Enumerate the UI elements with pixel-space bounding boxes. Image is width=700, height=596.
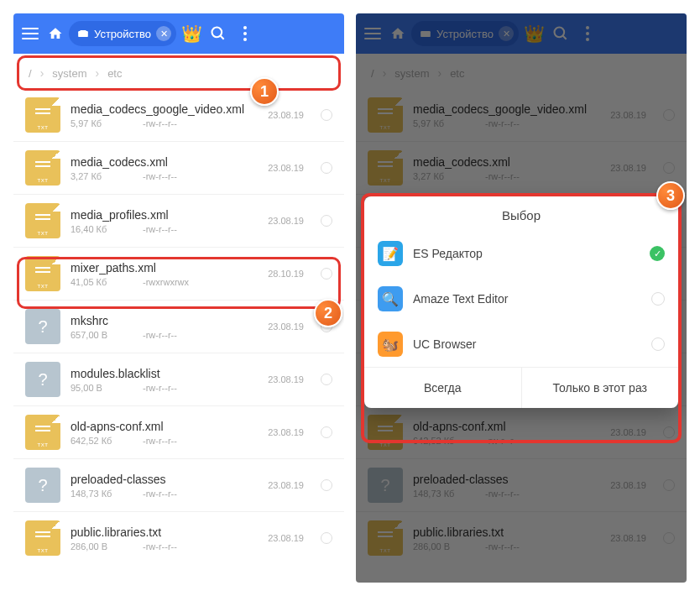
- uc-browser-icon: 🐿️: [378, 332, 403, 357]
- radio-unchecked: [651, 337, 665, 351]
- select-radio[interactable]: [321, 162, 332, 174]
- once-button[interactable]: Только в этот раз: [521, 368, 679, 408]
- file-date: 28.10.19: [259, 269, 304, 279]
- file-name: old-apns-conf.xml: [71, 420, 248, 433]
- dialog-option-es[interactable]: 📝 ES Редактор ✓: [364, 231, 678, 276]
- txt-file-icon: [25, 150, 60, 186]
- file-row[interactable]: mkshrc657,00 B-rw-r--r-- 23.08.19: [13, 300, 344, 353]
- crumb-root[interactable]: /: [29, 67, 32, 80]
- file-name: media_codecs.xml: [71, 155, 248, 169]
- tab-close-icon[interactable]: ✕: [156, 26, 171, 41]
- unknown-file-icon: [25, 468, 60, 503]
- file-permissions: -rw-r--r--: [143, 224, 177, 234]
- file-row-highlighted[interactable]: mixer_paths.xml41,05 Кб-rwxrwxrwx 28.10.…: [13, 247, 344, 300]
- file-row[interactable]: old-apns-conf.xml642,52 Кб-rw-r--r-- 23.…: [13, 405, 344, 458]
- file-date: 23.08.19: [259, 427, 304, 437]
- file-date: 23.08.19: [259, 480, 304, 490]
- file-list: media_codecs_google_video.xml5,97 Кб-rw-…: [13, 89, 344, 564]
- search-icon[interactable]: [206, 25, 230, 42]
- file-row[interactable]: public.libraries.txt286,00 B-rw-r--r-- 2…: [13, 511, 344, 564]
- svg-point-1: [212, 28, 222, 38]
- txt-file-icon: [25, 97, 60, 133]
- file-date: 23.08.19: [259, 322, 304, 332]
- select-radio[interactable]: [321, 479, 332, 491]
- select-radio[interactable]: [321, 109, 332, 121]
- breadcrumb[interactable]: / › system › etc: [17, 57, 341, 89]
- dialog-option-uc[interactable]: 🐿️ UC Browser: [364, 322, 678, 367]
- file-size: 657,00 B: [71, 330, 118, 340]
- topbar: Устройство ✕ 👑: [13, 13, 344, 54]
- svg-rect-0: [78, 31, 88, 37]
- svg-line-2: [221, 36, 224, 39]
- file-date: 23.08.19: [259, 533, 304, 543]
- option-label: UC Browser: [413, 337, 641, 351]
- txt-file-icon: [25, 203, 60, 238]
- callout-badge-2: 2: [314, 299, 342, 327]
- file-name: preloaded-classes: [71, 473, 248, 486]
- file-size: 41,05 Кб: [71, 277, 118, 287]
- callout-badge-1: 1: [250, 77, 279, 106]
- unknown-file-icon: [25, 309, 60, 344]
- file-name: media_profiles.xml: [71, 208, 248, 222]
- file-size: 16,40 Кб: [71, 224, 118, 234]
- file-row[interactable]: media_codecs_google_video.xml5,97 Кб-rw-…: [13, 89, 344, 141]
- dialog-option-amaze[interactable]: 🔍 Amaze Text Editor: [364, 276, 678, 322]
- more-icon[interactable]: [233, 26, 257, 41]
- location-tab[interactable]: Устройство ✕: [69, 21, 176, 46]
- file-row[interactable]: media_codecs.xml3,27 Кб-rw-r--r-- 23.08.…: [13, 141, 344, 194]
- file-permissions: -rw-r--r--: [143, 171, 177, 181]
- file-row[interactable]: preloaded-classes148,73 Кб-rw-r--r-- 23.…: [13, 458, 344, 511]
- screen-dialog: Устройство ✕ 👑 / › system › etc media_co…: [356, 13, 687, 583]
- file-date: 23.08.19: [259, 374, 304, 384]
- option-label: ES Редактор: [413, 247, 640, 260]
- select-radio[interactable]: [321, 532, 332, 544]
- file-name: media_codecs_google_video.xml: [71, 102, 248, 116]
- unknown-file-icon: [25, 362, 60, 397]
- file-name: modules.blacklist: [71, 367, 248, 380]
- file-permissions: -rw-r--r--: [143, 489, 177, 499]
- select-radio[interactable]: [321, 268, 332, 280]
- crumb-system[interactable]: system: [52, 67, 86, 80]
- file-date: 23.08.19: [259, 163, 304, 173]
- file-size: 95,00 B: [71, 383, 118, 393]
- menu-icon[interactable]: [18, 22, 42, 45]
- open-with-dialog: Выбор 📝 ES Редактор ✓ 🔍 Amaze Text Edito…: [364, 196, 678, 408]
- file-size: 3,27 Кб: [71, 171, 118, 181]
- file-name: mixer_paths.xml: [71, 261, 248, 274]
- file-date: 23.08.19: [259, 110, 304, 120]
- file-permissions: -rwxrwxrwx: [143, 277, 189, 287]
- chevron-right-icon: ›: [40, 66, 44, 80]
- option-label: Amaze Text Editor: [413, 292, 641, 306]
- file-permissions: -rw-r--r--: [143, 118, 177, 128]
- txt-file-icon: [25, 415, 60, 450]
- home-icon[interactable]: [45, 26, 65, 41]
- select-radio[interactable]: [321, 215, 332, 227]
- radio-unchecked: [651, 292, 665, 306]
- amaze-editor-icon: 🔍: [378, 286, 403, 311]
- select-radio[interactable]: [321, 426, 332, 438]
- file-date: 23.08.19: [259, 216, 304, 226]
- txt-file-icon: [25, 520, 60, 556]
- file-permissions: -rw-r--r--: [143, 330, 177, 340]
- chevron-right-icon: ›: [95, 66, 99, 80]
- check-icon: ✓: [650, 246, 665, 261]
- tab-label: Устройство: [94, 28, 151, 40]
- crumb-etc[interactable]: etc: [107, 67, 122, 80]
- screen-file-list: Устройство ✕ 👑 / › system › etc 1 media_…: [13, 13, 344, 583]
- always-button[interactable]: Всегда: [364, 368, 521, 408]
- file-name: public.libraries.txt: [71, 525, 248, 539]
- file-size: 5,97 Кб: [71, 118, 118, 128]
- file-size: 642,52 Кб: [71, 436, 118, 446]
- file-row[interactable]: media_profiles.xml16,40 Кб-rw-r--r-- 23.…: [13, 194, 344, 247]
- file-permissions: -rw-r--r--: [143, 383, 177, 393]
- file-size: 148,73 Кб: [71, 489, 118, 499]
- file-row[interactable]: modules.blacklist95,00 B-rw-r--r-- 23.08…: [13, 353, 344, 405]
- select-radio[interactable]: [321, 374, 332, 385]
- callout-badge-3: 3: [656, 181, 685, 210]
- file-size: 286,00 B: [71, 541, 118, 552]
- es-editor-icon: 📝: [378, 241, 403, 266]
- txt-file-icon: [25, 256, 60, 291]
- file-name: mkshrc: [71, 314, 248, 327]
- file-permissions: -rw-r--r--: [143, 436, 177, 446]
- crown-icon[interactable]: 👑: [180, 24, 203, 44]
